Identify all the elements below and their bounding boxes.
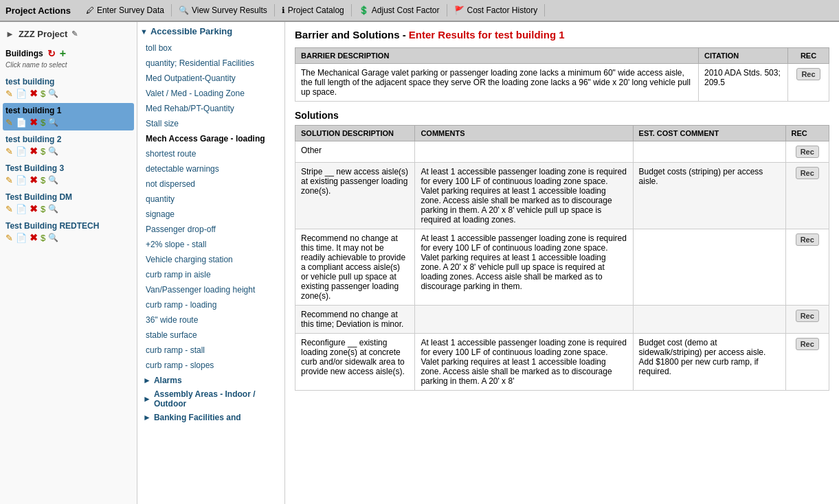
building-item[interactable]: Test Building 3 ✎ 📄 ✖ $ 🔍 [3,161,134,188]
solution-rec-button[interactable]: Rec [796,233,819,246]
category-item[interactable]: +2% slope - stall [140,237,282,252]
sub-category-alarms[interactable]: ► Alarms [140,373,282,387]
category-item[interactable]: curb ramp - loading [140,297,282,312]
nav-project-catalog-label: Project Catalog [288,5,344,15]
nav-cost-history-label: Cost Factor History [467,5,538,15]
edit-icon[interactable]: ✎ [5,233,13,243]
solution-rec-button[interactable]: Rec [796,310,819,322]
category-item[interactable]: curb ramp - slopes [140,358,282,373]
solution-comments-cell: At least 1 accessible passenger loading … [415,163,633,229]
edit-icon[interactable]: ✎ [5,175,13,185]
content-title-text: Barrier and Solutions - [295,29,409,41]
zoom-icon[interactable]: 🔍 [48,89,58,98]
category-item[interactable]: Med Rehab/PT-Quantity [140,101,282,116]
zoom-icon[interactable]: 🔍 [48,117,58,127]
solution-rec-button[interactable]: Rec [796,146,819,158]
buildings-sub: Click name to select [3,61,134,69]
category-item[interactable]: curb ramp in aisle [140,267,282,282]
zoom-icon[interactable]: 🔍 [48,146,58,156]
cost-icon[interactable]: $ [41,89,45,99]
building-name[interactable]: Test Building REDTECH [5,221,131,231]
cost-icon[interactable]: $ [41,233,45,243]
category-item[interactable]: not dispersed [140,176,282,192]
delete-icon[interactable]: ✖ [30,88,38,99]
building-item[interactable]: test building ✎ 📄 ✖ $ 🔍 [3,74,134,102]
buildings-label: Buildings [5,49,43,58]
category-item[interactable]: Vehicle charging station [140,252,282,267]
nav-view-survey[interactable]: 🔍 View Survey Results [172,4,275,16]
barrier-rec-button[interactable]: Rec [796,68,820,80]
copy-icon[interactable]: 📄 [16,233,27,243]
copy-icon[interactable]: 📄 [16,146,27,157]
nav-cost-history[interactable]: 🚩 Cost Factor History [447,4,546,16]
category-item[interactable]: signage [140,207,282,222]
building-item[interactable]: Test Building REDTECH ✎ 📄 ✖ $ 🔍 [3,218,134,246]
category-item[interactable]: Mech Access Garage - loading [140,131,282,146]
category-item[interactable]: Stall size [140,116,282,131]
project-name[interactable]: ZZZ Project [19,29,68,39]
copy-icon[interactable]: 📄 [16,204,27,214]
building-item[interactable]: Test Building DM ✎ 📄 ✖ $ 🔍 [3,190,134,217]
cost-icon[interactable]: $ [41,175,45,185]
nav-project-catalog[interactable]: ℹ Project Catalog [275,4,352,16]
building-item-selected[interactable]: test building 1 ✎ 📄 ✖ $ 🔍 [3,103,134,130]
edit-icon[interactable]: ✎ [5,117,13,128]
category-item[interactable]: curb ramp - stall [140,343,282,358]
project-actions-label: Project Actions [5,5,71,16]
delete-icon[interactable]: ✖ [30,117,38,128]
building-name[interactable]: Test Building DM [5,192,131,202]
category-item[interactable]: Med Outpatient-Quantity [140,71,282,86]
building-name[interactable]: test building 2 [5,135,131,144]
category-item[interactable]: detectable warnings [140,161,282,176]
nav-enter-survey[interactable]: 🖊 Enter Survey Data [79,4,172,16]
enter-survey-icon: 🖊 [86,5,94,15]
delete-icon[interactable]: ✖ [30,174,38,185]
cost-icon[interactable]: $ [41,117,45,128]
sub-category-banking[interactable]: ► Banking Facilities and [140,410,282,424]
solution-rec-button[interactable]: Rec [796,167,819,179]
delete-icon[interactable]: ✖ [30,232,38,243]
edit-icon[interactable]: ✎ [5,146,13,157]
category-item[interactable]: stable surface [140,328,282,343]
category-header[interactable]: ▼ Accessible Parking [140,26,282,36]
category-item[interactable]: toll box [140,41,282,56]
barrier-citation-cell: 2010 ADA Stds. 503; 209.5 [699,64,788,102]
delete-icon[interactable]: ✖ [30,146,38,157]
delete-icon[interactable]: ✖ [30,203,38,214]
category-item[interactable]: quantity; Residential Facilities [140,56,282,71]
table-row: Stripe __ new access aisle(s) at existin… [295,163,829,229]
category-item[interactable]: Valet / Med - Loading Zone [140,86,282,101]
copy-icon[interactable]: 📄 [16,175,27,185]
edit-icon[interactable]: ✎ [5,204,13,214]
sub-cat-arrow-icon: ► [143,413,151,422]
building-name[interactable]: test building 1 [5,106,131,115]
sub-category-assembly[interactable]: ► Assembly Areas - Indoor / Outdoor [140,387,282,410]
category-item[interactable]: shortest route [140,146,282,161]
nav-adjust-cost[interactable]: 💲 Adjust Cost Factor [352,4,447,16]
building-name[interactable]: Test Building 3 [5,163,131,173]
barrier-citation-header: CITATION [699,48,788,64]
sol-comments-header: COMMENTS [415,126,633,141]
category-item[interactable]: 36" wide route [140,312,282,328]
category-item[interactable]: Van/Passenger loading height [140,282,282,297]
building-name[interactable]: test building [5,77,131,87]
project-edit-icon[interactable]: ✎ [71,30,78,38]
copy-icon[interactable]: 📄 [16,117,27,128]
building-item[interactable]: test building 2 ✎ 📄 ✖ $ 🔍 [3,132,134,159]
zoom-icon[interactable]: 🔍 [48,175,58,185]
buildings-refresh-icon[interactable]: ↻ [47,48,56,59]
copy-icon[interactable]: 📄 [16,89,27,99]
cost-icon[interactable]: $ [41,146,45,157]
buildings-add-icon[interactable]: + [60,47,66,60]
cost-icon[interactable]: $ [41,204,45,214]
edit-icon[interactable]: ✎ [5,89,13,99]
category-item[interactable]: Passenger drop-off [140,222,282,237]
solution-rec-button[interactable]: Rec [796,338,819,350]
category-item[interactable]: quantity [140,192,282,207]
zoom-icon[interactable]: 🔍 [48,204,58,214]
solution-rec-cell: Rec [785,141,829,163]
sidebar: ► ZZZ Project ✎ Buildings ↻ + Click name… [0,22,137,504]
building-icons: ✎ 📄 ✖ $ 🔍 [5,146,131,157]
zoom-icon[interactable]: 🔍 [48,233,58,242]
table-row: Recommend no change at this time; Deviat… [295,306,829,334]
